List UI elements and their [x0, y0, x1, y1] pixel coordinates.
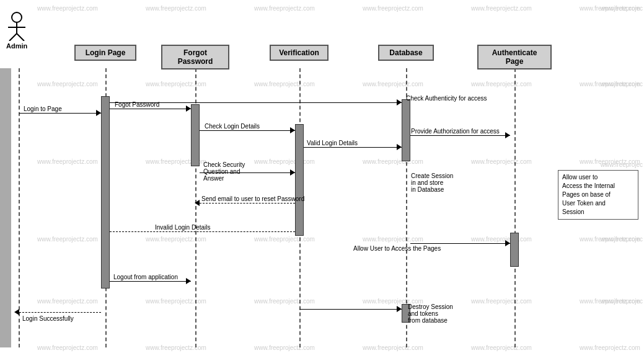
watermark-m10: www.freeprojectz.com	[363, 158, 423, 165]
watermark-b4: www.freeprojectz.com	[363, 344, 423, 351]
watermark-right-cut2: www.freeprojec	[601, 236, 643, 243]
label-check-auth: Check Authenticity for access	[406, 95, 487, 102]
arrowhead-check-auth	[397, 99, 402, 105]
arrowhead-send-email	[195, 200, 200, 206]
watermark-m1: www.freeprojectz.com	[37, 81, 98, 87]
arrowhead-check-login	[290, 127, 295, 133]
arrow-invalid-login	[110, 231, 295, 232]
watermark-b2: www.freeprojectz.com	[146, 344, 206, 351]
label-valid-login: Valid Login Details	[307, 140, 358, 146]
actor-label: Admin	[6, 42, 27, 50]
activation-login	[101, 96, 110, 289]
label-login-success: Login Successfully	[22, 315, 74, 322]
label-allow-access: Allow User to Access the Pages	[353, 245, 441, 252]
arrowhead-logout	[186, 278, 191, 284]
arrow-send-email	[200, 203, 295, 204]
watermark-m13: www.freeprojectz.com	[37, 236, 98, 243]
label-send-email: Send email to user to reset Password	[201, 195, 304, 202]
arrow-destroy-session-h	[299, 309, 402, 310]
arrowhead-login-success	[14, 309, 19, 315]
label-provide-auth: Provide Authorization for access	[411, 128, 500, 135]
watermark-m20: www.freeprojectz.com	[146, 298, 206, 305]
watermark-m5: www.freeprojectz.com	[471, 81, 532, 87]
watermark-m4: www.freeprojectz.com	[363, 81, 423, 87]
watermark-m7: www.freeprojectz.com	[37, 158, 98, 165]
svg-point-0	[12, 12, 22, 22]
label-forgot: Fogot Password	[115, 101, 159, 108]
actor: Admin	[6, 11, 27, 50]
lifeline-verification: Verification	[270, 45, 329, 61]
watermark-right-cut4: www.freeprojec	[601, 5, 643, 12]
diagram-container: www.freeprojectz.com www.freeprojectz.co…	[0, 0, 644, 358]
lifeline-line-authenticate	[514, 68, 516, 347]
arrow-check-login	[200, 130, 295, 131]
arrow-forgot	[110, 109, 191, 109]
arrowhead-valid-login	[397, 144, 402, 150]
watermark-b1: www.freeprojectz.com	[37, 344, 98, 351]
actor-lifeline	[19, 68, 20, 347]
note-allow-user: Allow user to Access the Internal Pages …	[558, 170, 638, 220]
activation-verification	[295, 124, 304, 236]
lifeline-authenticate-page: Authenticate Page	[477, 45, 552, 69]
watermark-2: www.freeprojectz.com	[146, 5, 206, 12]
arrow-login-success	[19, 312, 101, 313]
watermark-right-cut5: www.freeprojec	[601, 81, 643, 87]
watermark-m21: www.freeprojectz.com	[254, 298, 315, 305]
watermark-m17: www.freeprojectz.com	[471, 236, 532, 243]
svg-line-4	[17, 34, 24, 41]
watermark-3: www.freeprojectz.com	[254, 5, 315, 12]
watermark-right-cut: www.freeprojec	[601, 161, 643, 168]
activation-authenticate1	[510, 233, 519, 267]
lifeline-forgot-password: Forgot Password	[161, 45, 229, 69]
arrowhead-security	[290, 169, 295, 176]
arrowhead-allow-access	[505, 240, 510, 246]
arrow-allow-access	[410, 243, 510, 244]
watermark-m19: www.freeprojectz.com	[37, 298, 98, 305]
watermark-m18: www.freeprojectz.com	[580, 236, 640, 243]
label-destroy-session: Destroy Sessionand tokensfrom database	[408, 303, 453, 324]
lifeline-database: Database	[378, 45, 434, 61]
watermark-m14: www.freeprojectz.com	[146, 236, 206, 243]
watermark-m3: www.freeprojectz.com	[254, 81, 315, 87]
watermark-4: www.freeprojectz.com	[363, 5, 423, 12]
watermark-m16: www.freeprojectz.com	[363, 236, 423, 243]
watermark-1: www.freeprojectz.com	[37, 5, 98, 12]
label-security: Check SecurityQuestion andAnswer	[203, 161, 245, 182]
watermark-m2: www.freeprojectz.com	[146, 81, 206, 87]
watermark-m12: www.freeprojectz.com	[580, 158, 640, 165]
watermark-right-cut3: www.freeprojec	[601, 298, 643, 305]
arrowhead-login-to-page	[96, 110, 101, 116]
watermark-b5: www.freeprojectz.com	[471, 344, 532, 351]
label-invalid-login: Invalid Login Details	[155, 224, 211, 231]
label-logout: Logout from application	[113, 274, 178, 280]
label-create-session: Create Sessionin and storein Database	[411, 172, 453, 193]
watermark-m23: www.freeprojectz.com	[471, 298, 532, 305]
watermark-m6: www.freeprojectz.com	[580, 81, 640, 87]
watermark-5: www.freeprojectz.com	[471, 5, 532, 12]
label-check-login: Check Login Details	[205, 123, 260, 130]
svg-line-3	[9, 34, 17, 41]
arrow-logout	[110, 281, 191, 282]
arrow-provide-auth	[410, 135, 510, 136]
left-bar	[0, 68, 11, 347]
watermark-b6: www.freeprojectz.com	[580, 344, 640, 351]
arrowhead-provide-auth	[505, 132, 510, 138]
arrowhead-destroy-session	[397, 306, 402, 312]
watermark-m9: www.freeprojectz.com	[254, 158, 315, 165]
activation-forgot	[191, 104, 200, 166]
watermark-b3: www.freeprojectz.com	[254, 344, 315, 351]
lifeline-login-page: Login Page	[74, 45, 136, 61]
label-login-to-page: Login to Page	[24, 105, 62, 112]
arrow-valid-login	[304, 147, 402, 148]
watermark-m24: www.freeprojectz.com	[580, 298, 640, 305]
arrowhead-forgot	[186, 105, 191, 112]
arrow-login-to-page	[19, 113, 101, 114]
watermark-m11: www.freeprojectz.com	[471, 158, 532, 165]
activation-database	[402, 99, 410, 161]
watermark-6: www.freeprojectz.com	[580, 5, 640, 12]
watermark-m15: www.freeprojectz.com	[254, 236, 315, 243]
